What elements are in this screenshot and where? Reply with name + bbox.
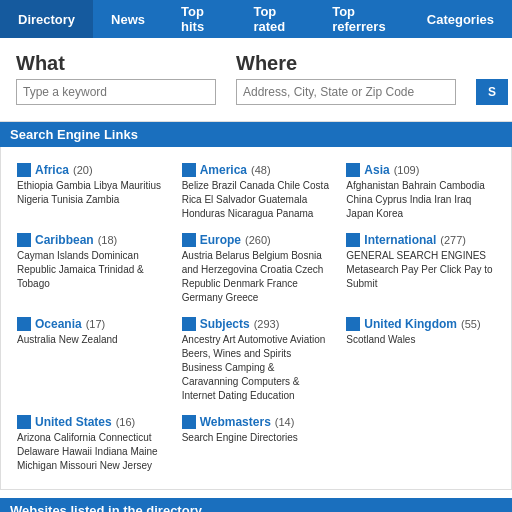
caribbean-count: (18)	[98, 234, 118, 246]
africa-label: Africa	[35, 163, 69, 177]
webmasters-icon	[182, 415, 196, 429]
link-webmasters[interactable]: Webmasters (14)	[182, 415, 331, 429]
link-subjects[interactable]: Subjects (293)	[182, 317, 331, 331]
nav-item-top-referrers[interactable]: Top referrers	[314, 0, 409, 38]
nav-item-directory[interactable]: Directory	[0, 0, 93, 38]
international-desc: GENERAL SEARCH ENGINES Metasearch Pay Pe…	[346, 249, 495, 291]
links-grid: Africa (20) Ethiopia Gambia Libya Maurit…	[0, 147, 512, 490]
what-group: What	[16, 52, 216, 105]
main-content: Search Engine Links Africa (20) Ethiopia…	[0, 122, 512, 512]
webmasters-count: (14)	[275, 416, 295, 428]
link-cell-caribbean: Caribbean (18) Cayman Islands Dominican …	[9, 227, 174, 311]
link-cell-europe: Europe (260) Austria Belarus Belgium Bos…	[174, 227, 339, 311]
link-cell-international: International (277) GENERAL SEARCH ENGIN…	[338, 227, 503, 311]
america-desc: Belize Brazil Canada Chile Costa Rica El…	[182, 179, 331, 221]
link-cell-oceania: Oceania (17) Australia New Zealand	[9, 311, 174, 409]
us-icon	[17, 415, 31, 429]
europe-desc: Austria Belarus Belgium Bosnia and Herze…	[182, 249, 331, 305]
subjects-count: (293)	[254, 318, 280, 330]
subjects-icon	[182, 317, 196, 331]
us-count: (16)	[116, 416, 136, 428]
us-desc: Arizona California Connecticut Delaware …	[17, 431, 166, 473]
link-international[interactable]: International (277)	[346, 233, 495, 247]
nav-item-news[interactable]: News	[93, 0, 163, 38]
where-input[interactable]	[236, 79, 456, 105]
international-icon	[346, 233, 360, 247]
oceania-label: Oceania	[35, 317, 82, 331]
link-cell-uk: United Kingdom (55) Scotland Wales	[338, 311, 503, 409]
webmasters-label: Webmasters	[200, 415, 271, 429]
asia-label: Asia	[364, 163, 389, 177]
caribbean-desc: Cayman Islands Dominican Republic Jamaic…	[17, 249, 166, 291]
link-cell-webmasters: Webmasters (14) Search Engine Directorie…	[174, 409, 339, 479]
search-engine-links-header: Search Engine Links	[0, 122, 512, 147]
america-label: America	[200, 163, 247, 177]
international-label: International	[364, 233, 436, 247]
websites-header: Websites listed in the directory	[0, 498, 512, 512]
link-cell-asia: Asia (109) Afghanistan Bahrain Cambodia …	[338, 157, 503, 227]
oceania-desc: Australia New Zealand	[17, 333, 166, 347]
uk-icon	[346, 317, 360, 331]
asia-count: (109)	[394, 164, 420, 176]
uk-count: (55)	[461, 318, 481, 330]
asia-icon	[346, 163, 360, 177]
america-icon	[182, 163, 196, 177]
link-uk[interactable]: United Kingdom (55)	[346, 317, 495, 331]
caribbean-label: Caribbean	[35, 233, 94, 247]
nav-item-top-hits[interactable]: Top hits	[163, 0, 235, 38]
link-caribbean[interactable]: Caribbean (18)	[17, 233, 166, 247]
link-cell-empty	[338, 409, 503, 479]
europe-count: (260)	[245, 234, 271, 246]
link-cell-subjects: Subjects (293) Ancestry Art Automotive A…	[174, 311, 339, 409]
webmasters-desc: Search Engine Directories	[182, 431, 331, 445]
where-group: Where	[236, 52, 456, 105]
nav-item-categories[interactable]: Categories	[409, 0, 512, 38]
america-count: (48)	[251, 164, 271, 176]
uk-desc: Scotland Wales	[346, 333, 495, 347]
europe-label: Europe	[200, 233, 241, 247]
link-cell-us: United States (16) Arizona California Co…	[9, 409, 174, 479]
search-section: What Where S	[0, 38, 512, 122]
international-count: (277)	[440, 234, 466, 246]
link-us[interactable]: United States (16)	[17, 415, 166, 429]
websites-section: Websites listed in the directory	[0, 498, 512, 512]
oceania-icon	[17, 317, 31, 331]
link-cell-america: America (48) Belize Brazil Canada Chile …	[174, 157, 339, 227]
caribbean-icon	[17, 233, 31, 247]
europe-icon	[182, 233, 196, 247]
search-button[interactable]: S	[476, 79, 508, 105]
oceania-count: (17)	[86, 318, 106, 330]
where-label: Where	[236, 52, 456, 75]
us-label: United States	[35, 415, 112, 429]
link-oceania[interactable]: Oceania (17)	[17, 317, 166, 331]
subjects-desc: Ancestry Art Automotive Aviation Beers, …	[182, 333, 331, 403]
link-asia[interactable]: Asia (109)	[346, 163, 495, 177]
africa-icon	[17, 163, 31, 177]
asia-desc: Afghanistan Bahrain Cambodia China Cypru…	[346, 179, 495, 221]
link-america[interactable]: America (48)	[182, 163, 331, 177]
link-europe[interactable]: Europe (260)	[182, 233, 331, 247]
link-africa[interactable]: Africa (20)	[17, 163, 166, 177]
nav-bar: Directory News Top hits Top rated Top re…	[0, 0, 512, 38]
subjects-label: Subjects	[200, 317, 250, 331]
link-cell-africa: Africa (20) Ethiopia Gambia Libya Maurit…	[9, 157, 174, 227]
what-label: What	[16, 52, 216, 75]
africa-desc: Ethiopia Gambia Libya Mauritius Nigeria …	[17, 179, 166, 207]
africa-count: (20)	[73, 164, 93, 176]
what-input[interactable]	[16, 79, 216, 105]
uk-label: United Kingdom	[364, 317, 457, 331]
nav-item-top-rated[interactable]: Top rated	[235, 0, 314, 38]
